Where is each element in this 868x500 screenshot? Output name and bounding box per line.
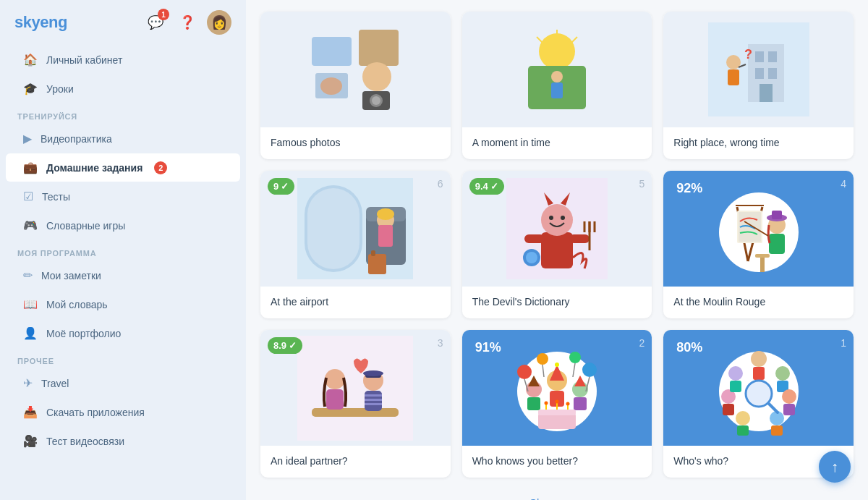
- card-birthday[interactable]: 91% 2: [462, 330, 652, 478]
- card-title-8: Who knows you better?: [472, 455, 578, 467]
- card-image-7: 8.9 ✓ 3: [260, 330, 451, 446]
- card-image-1: [260, 12, 451, 127]
- svg-point-92: [569, 352, 581, 363]
- svg-rect-65: [312, 408, 399, 417]
- card-title-4: At the airport: [271, 296, 328, 308]
- sidebar-label-video-test: Тест видеосвязи: [46, 436, 124, 447]
- svg-rect-67: [326, 389, 344, 410]
- svg-rect-37: [541, 232, 573, 268]
- header-icons: 💬 1 ❓ 👩: [143, 10, 231, 35]
- svg-point-86: [517, 365, 532, 379]
- sidebar-label-word-games: Словарные игры: [46, 220, 125, 232]
- svg-rect-11: [551, 82, 563, 98]
- card-score-6: 92%: [671, 178, 708, 199]
- card-score-8: 91%: [469, 337, 507, 358]
- sidebar-label-homework: Домашние задания: [46, 162, 142, 174]
- sidebar-label-notes: Мои заметки: [41, 270, 101, 281]
- svg-point-99: [544, 402, 548, 405]
- card-body-2: A moment in time: [462, 127, 652, 159]
- svg-point-103: [751, 351, 767, 367]
- sidebar-item-video-test[interactable]: 🎥 Тест видеосвязи: [6, 427, 240, 455]
- svg-point-4: [320, 77, 342, 95]
- sidebar-item-notes[interactable]: ✏ Мои заметки: [6, 261, 240, 289]
- help-button[interactable]: ❓: [175, 10, 200, 35]
- graduation-icon: 🎓: [23, 82, 38, 96]
- card-devil[interactable]: 9.4 ✓ 5: [462, 171, 652, 318]
- illustration-photos: [305, 22, 406, 116]
- download-icon: 📥: [23, 405, 38, 419]
- home-icon: 🏠: [23, 53, 38, 67]
- illustration-whowho: [708, 337, 809, 438]
- svg-rect-94: [538, 413, 576, 429]
- card-rightplace[interactable]: ? Right place, wrong time: [663, 12, 854, 159]
- svg-point-70: [363, 370, 383, 376]
- show-more-button[interactable]: Show more: [518, 492, 596, 500]
- scroll-to-top-button[interactable]: ↑: [819, 451, 851, 483]
- card-image-4: 9 ✓ 6: [260, 171, 451, 287]
- svg-point-7: [372, 96, 380, 105]
- card-num-5: 5: [639, 178, 645, 190]
- svg-point-8: [539, 33, 575, 69]
- card-image-8: 91% 2: [462, 330, 652, 446]
- svg-rect-108: [783, 404, 795, 415]
- card-num-7: 3: [438, 337, 443, 349]
- card-moment[interactable]: A moment in time: [462, 12, 652, 159]
- sidebar-item-travel[interactable]: ✈ Travel: [6, 369, 240, 397]
- checkbox-icon: ☑: [23, 190, 33, 203]
- avatar-image: 👩: [211, 14, 227, 30]
- card-partner[interactable]: 8.9 ✓ 3: [260, 330, 451, 478]
- sidebar-item-personal[interactable]: 🏠 Личный кабинет: [6, 46, 240, 74]
- games-icon: 🎮: [23, 219, 38, 232]
- sidebar-item-dictionary[interactable]: 📖 Мой словарь: [6, 290, 240, 318]
- sidebar: skyeng 💬 1 ❓ 👩 🏠 Личный кабинет 🎓 Уроки …: [0, 0, 246, 500]
- card-image-5: 9.4 ✓ 5: [462, 171, 652, 287]
- sidebar-item-lessons[interactable]: 🎓 Уроки: [6, 75, 240, 103]
- sidebar-item-word-games[interactable]: 🎮 Словарные игры: [6, 211, 240, 240]
- svg-point-50: [526, 252, 537, 263]
- sidebar-item-portfolio[interactable]: 👤 Моё портфолио: [6, 319, 240, 347]
- sidebar-item-tests[interactable]: ☑ Тесты: [6, 182, 240, 211]
- section-label-my-program: МОЯ ПРОГРАММА: [0, 240, 246, 260]
- svg-rect-81: [527, 397, 540, 410]
- svg-rect-34: [368, 254, 386, 274]
- card-body-6: At the Moulin Rouge: [663, 287, 854, 318]
- card-score-7: 8.9 ✓: [268, 337, 302, 354]
- sidebar-label-video: Видеопрактика: [41, 133, 112, 145]
- card-body-5: The Devil's Dictionary: [462, 287, 652, 318]
- svg-rect-0: [312, 37, 352, 66]
- card-score-4: 9 ✓: [268, 178, 294, 195]
- card-score-9: 80%: [671, 337, 708, 358]
- sidebar-item-homework[interactable]: 💼 Домашние задания 2: [6, 153, 240, 182]
- messages-button[interactable]: 💬 1: [143, 10, 168, 35]
- play-icon: ▶: [23, 132, 32, 145]
- briefcase-icon: 💼: [23, 161, 38, 174]
- svg-rect-19: [755, 68, 764, 79]
- avatar[interactable]: 👩: [207, 10, 231, 35]
- card-famous-photos[interactable]: Famous photos: [260, 12, 451, 159]
- svg-rect-112: [737, 425, 749, 436]
- svg-rect-62: [769, 234, 785, 254]
- svg-point-111: [736, 411, 750, 425]
- plane-icon: ✈: [23, 376, 33, 390]
- illustration-birthday: [506, 337, 608, 438]
- card-image-9: 80% 1: [663, 330, 854, 446]
- sidebar-item-download[interactable]: 📥 Скачать приложения: [6, 398, 240, 426]
- card-airport[interactable]: 9 ✓ 6: [260, 171, 451, 318]
- svg-rect-33: [378, 225, 393, 247]
- card-title-6: At the Moulin Rouge: [673, 296, 765, 308]
- svg-point-115: [728, 366, 743, 381]
- illustration-rightplace: ?: [708, 22, 809, 116]
- card-title-9: Who's who?: [673, 455, 728, 467]
- svg-line-13: [571, 37, 577, 43]
- sidebar-item-video[interactable]: ▶ Видеопрактика: [6, 124, 240, 153]
- svg-rect-18: [768, 51, 777, 62]
- svg-text:?: ?: [744, 47, 752, 62]
- section-label-other: ПРОЧЕЕ: [0, 348, 246, 368]
- illustration-moment: [506, 22, 608, 116]
- sidebar-label-travel: Travel: [41, 378, 69, 389]
- section-label-train: ТРЕНИРУЙСЯ: [0, 103, 246, 124]
- card-body-7: An ideal partner?: [260, 446, 451, 478]
- svg-rect-95: [538, 410, 576, 415]
- card-moulin[interactable]: 92% 4: [663, 171, 854, 318]
- svg-point-107: [782, 389, 796, 404]
